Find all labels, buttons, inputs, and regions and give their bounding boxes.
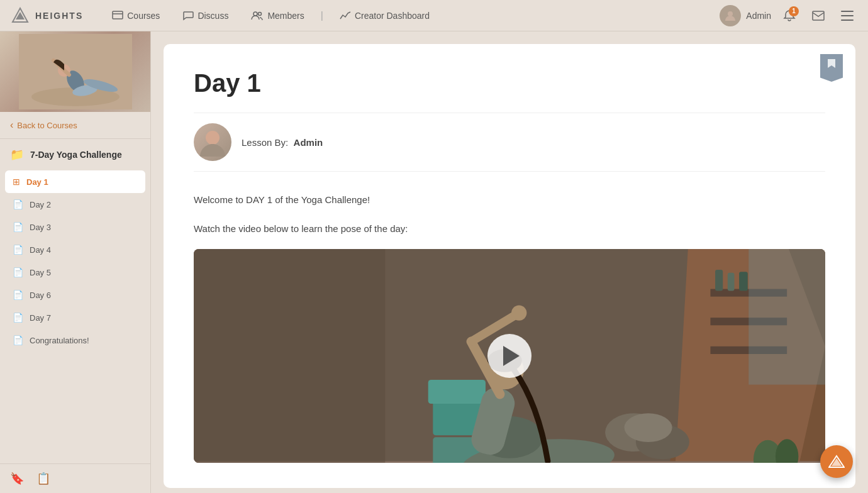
nav-discuss-label: Discuss [198,11,228,21]
lesson-grid-icon: ⊞ [13,177,20,187]
lesson-label-day-5: Day 5 [30,268,51,277]
nav-right: Admin 1 [720,5,858,26]
instructor-name: Admin [294,137,323,148]
hamburger-line-1 [841,11,854,12]
instructor-section: Lesson By: Admin [194,113,825,172]
lesson-label-day-4: Day 4 [30,245,51,255]
fab-icon [828,453,845,470]
lesson-label-congratulations: Congratulations! [30,336,89,345]
hero-background [0,31,150,112]
lesson-item-day-6[interactable]: 📄 Day 6 [5,284,145,306]
messages-button[interactable] [808,5,829,26]
avatar-icon [723,8,738,23]
heights-logo-icon [10,6,30,26]
lesson-item-day-7[interactable]: 📄 Day 7 [5,306,145,329]
lesson-label-day-2: Day 2 [30,200,51,209]
nav-links: Courses Discuss Members | Creator Dashbo… [103,7,720,25]
menu-button[interactable] [837,5,858,26]
sidebar-footer: 🔖 📋 [0,463,150,493]
lesson-item-day-2[interactable]: 📄 Day 2 [5,193,145,216]
lesson-label-day-1: Day 1 [26,177,48,187]
play-button[interactable] [487,334,531,378]
lesson-label-day-3: Day 3 [30,223,51,232]
main-layout: ‹ Back to Courses 📁 7-Day Yoga Challenge… [0,31,868,493]
discuss-icon [182,11,194,21]
svg-point-6 [728,11,733,16]
brand-logo[interactable]: HEIGHTS [10,6,83,26]
lesson-item-congratulations[interactable]: 📄 Congratulations! [5,329,145,352]
lesson-doc-icon-2: 📄 [13,199,23,209]
members-icon [251,11,264,21]
nav-creator-dashboard-label: Creator Dashboard [355,11,430,21]
bookmark-button[interactable] [820,54,843,82]
course-title-section: 📁 7-Day Yoga Challenge [0,139,150,170]
mail-icon [812,10,825,21]
lesson-label-day-6: Day 6 [30,291,51,300]
lesson-card: Day 1 Lesson By: Admin Welcome to DAY 1 … [164,44,855,488]
hamburger-line-3 [841,19,854,21]
nav-creator-dashboard[interactable]: Creator Dashboard [331,7,438,25]
back-to-courses-link[interactable]: ‹ Back to Courses [0,112,150,139]
instructor-prefix: Lesson By: [242,137,288,148]
brand-name: HEIGHTS [35,11,83,21]
lesson-doc-icon-5: 📄 [13,267,23,277]
bookmark-icon [826,58,837,69]
video-overlay [194,249,825,463]
back-arrow-icon: ‹ [10,119,13,131]
notes-footer-button[interactable]: 📋 [36,472,50,485]
lesson-item-day-1[interactable]: ⊞ Day 1 [5,170,145,193]
svg-point-4 [253,12,257,16]
hero-yoga-illustration [19,34,132,109]
content-area: Day 1 Lesson By: Admin Welcome to DAY 1 … [151,31,868,493]
lesson-item-day-4[interactable]: 📄 Day 4 [5,238,145,261]
notification-badge: 1 [789,6,799,16]
nav-separator: | [321,10,323,21]
svg-rect-7 [813,11,824,20]
instructor-avatar-icon [197,126,228,158]
lesson-doc-icon-7: 📄 [13,313,23,323]
chart-icon [340,11,351,21]
lesson-doc-icon-3: 📄 [13,222,23,232]
user-name: Admin [746,11,771,21]
lesson-text-1: Welcome to DAY 1 of the Yoga Challenge! [194,192,825,208]
svg-point-15 [206,131,220,145]
back-to-courses-label: Back to Courses [17,121,77,130]
lesson-item-day-3[interactable]: 📄 Day 3 [5,216,145,238]
lesson-list: ⊞ Day 1 📄 Day 2 📄 Day 3 📄 Day 4 📄 Day 5 … [0,170,150,463]
nav-courses-label: Courses [127,11,160,21]
admin-avatar [720,5,741,26]
notifications-button[interactable]: 1 [779,5,800,26]
course-title: 7-Day Yoga Challenge [30,150,122,160]
video-player[interactable] [194,249,825,463]
play-triangle-icon [503,346,520,366]
hamburger-line-2 [841,15,854,16]
lesson-text-2: Watch the video below to learn the pose … [194,221,825,237]
user-menu[interactable]: Admin [720,5,771,26]
lesson-label-day-7: Day 7 [30,313,51,323]
bookmark-footer-button[interactable]: 🔖 [10,472,24,485]
nav-members-label: Members [267,11,304,21]
svg-rect-2 [113,11,123,19]
lesson-doc-icon-congrats: 📄 [13,335,23,345]
lesson-doc-icon-6: 📄 [13,290,23,300]
instructor-avatar [194,123,231,161]
sidebar-hero-image [0,31,150,112]
sidebar: ‹ Back to Courses 📁 7-Day Yoga Challenge… [0,31,151,493]
nav-discuss[interactable]: Discuss [174,7,237,25]
lesson-item-day-5[interactable]: 📄 Day 5 [5,261,145,284]
top-nav: HEIGHTS Courses Discuss Members | [0,0,868,31]
lesson-title: Day 1 [194,69,825,97]
lesson-doc-icon-4: 📄 [13,245,23,255]
svg-point-5 [259,12,262,15]
nav-courses[interactable]: Courses [103,7,169,25]
folder-icon: 📁 [10,148,24,162]
instructor-label: Lesson By: Admin [242,137,323,148]
nav-members[interactable]: Members [242,7,313,25]
fab-button[interactable] [820,445,853,478]
courses-icon [112,11,123,21]
